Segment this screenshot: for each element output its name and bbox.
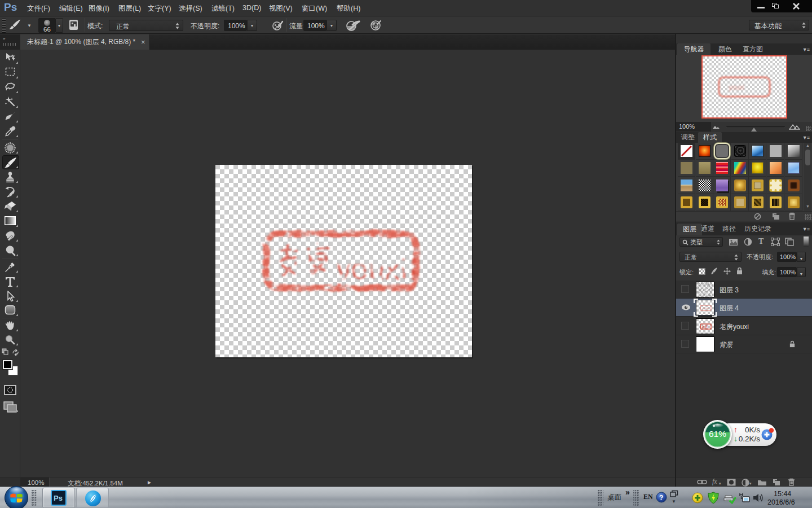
svg-text:youxi: youxi — [729, 84, 744, 91]
svg-text:?: ? — [659, 494, 663, 502]
svg-text:youxi: youxi — [336, 253, 407, 286]
svg-text:老房: 老房 — [701, 325, 708, 329]
svg-text:youxi: youxi — [702, 306, 709, 310]
